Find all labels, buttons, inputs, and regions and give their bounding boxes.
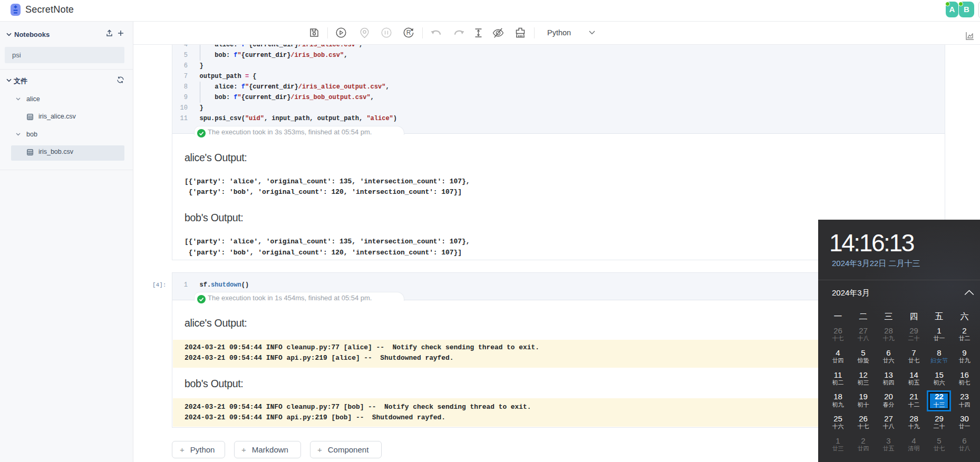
svg-text:R: R <box>406 29 411 36</box>
